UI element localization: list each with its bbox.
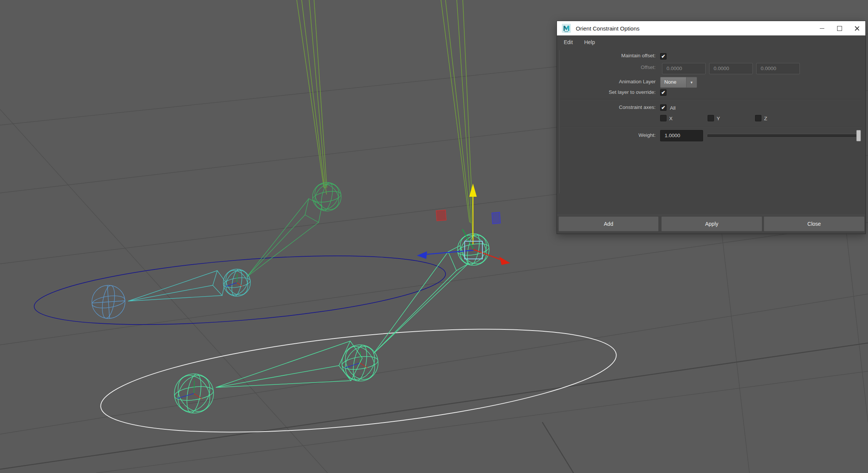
- offset-label: Offset:: [557, 64, 656, 70]
- animation-layer-value: None: [661, 77, 686, 87]
- weight-label: Weight:: [557, 132, 656, 138]
- dialog-buttonbar: Add Apply Close: [557, 215, 865, 233]
- dialog-form: Maintain offset: ✔ Offset: 0.0000 0.0000…: [557, 49, 865, 215]
- manipulator-axis-inner-green: [462, 229, 473, 249]
- set-layer-override-checkbox[interactable]: ✔: [660, 89, 667, 96]
- maximize-icon: [837, 26, 842, 31]
- menu-edit[interactable]: Edit: [564, 39, 573, 45]
- constraint-axes-all-checkbox[interactable]: ✔: [660, 104, 667, 111]
- minimize-button[interactable]: [813, 21, 831, 35]
- offset-z-field[interactable]: 0.0000: [756, 63, 800, 74]
- weight-slider-handle[interactable]: [856, 130, 861, 141]
- weight-field[interactable]: 1.0000: [660, 130, 703, 141]
- constraint-axes-y-checkbox[interactable]: [708, 115, 714, 121]
- bone-root-middle: [247, 199, 322, 277]
- joint-chain-lower[interactable]: [171, 230, 492, 418]
- animation-layer-label: Animation Layer: [557, 79, 656, 84]
- manipulator-axis-x[interactable]: [473, 250, 510, 265]
- parent-link-lines: [297, 0, 473, 241]
- dialog-menubar: Edit Help: [557, 35, 865, 49]
- constraint-axes-x-label: X: [669, 116, 673, 121]
- animation-layer-dropdown[interactable]: None ▼: [660, 77, 697, 88]
- add-button[interactable]: Add: [558, 216, 659, 231]
- maximize-button[interactable]: [831, 21, 848, 35]
- chevron-down-icon[interactable]: ▼: [686, 77, 697, 87]
- weight-slider-track[interactable]: [707, 134, 860, 138]
- grid-axis-lines: [0, 343, 868, 473]
- manipulator-plane-handle-z[interactable]: [492, 212, 500, 224]
- apply-button[interactable]: Apply: [661, 216, 762, 231]
- constraint-axes-z-label: Z: [764, 116, 767, 121]
- bone-middle-end: [128, 271, 225, 301]
- separator: [560, 126, 862, 127]
- constraint-axes-label: Constraint axes:: [557, 104, 656, 110]
- translate-manipulator[interactable]: [417, 184, 510, 265]
- minimize-icon: [820, 28, 824, 29]
- close-icon: [854, 26, 860, 31]
- close-action-button[interactable]: Close: [764, 216, 865, 231]
- close-button[interactable]: [848, 21, 865, 35]
- manipulator-plane-handle-x[interactable]: [436, 210, 446, 221]
- maintain-offset-label: Maintain offset:: [557, 53, 656, 58]
- menu-help[interactable]: Help: [584, 39, 595, 45]
- constraint-axes-all-label: All: [670, 105, 676, 111]
- separator: [560, 99, 862, 100]
- orient-constraint-options-dialog: Orient Constraint Options Edit Help Main…: [557, 21, 866, 234]
- maya-application: { "window": { "title": "Orient Constrain…: [0, 0, 868, 473]
- constraint-axes-y-label: Y: [717, 116, 720, 121]
- dialog-titlebar[interactable]: Orient Constraint Options: [557, 21, 865, 35]
- joint-chain-upper[interactable]: [91, 179, 344, 319]
- maya-logo-icon: [562, 24, 571, 33]
- joint-sphere-root: [310, 179, 344, 214]
- offset-x-field[interactable]: 0.0000: [662, 63, 706, 74]
- dialog-title: Orient Constraint Options: [576, 25, 639, 32]
- window-controls: [813, 21, 865, 35]
- set-layer-override-label: Set layer to override:: [557, 89, 656, 95]
- constraint-axes-z-checkbox[interactable]: [755, 115, 761, 121]
- maintain-offset-checkbox[interactable]: ✔: [660, 53, 667, 60]
- joint-sphere-end: [91, 285, 125, 319]
- offset-y-field[interactable]: 0.0000: [709, 63, 753, 74]
- bone-a-b: [216, 341, 362, 387]
- constraint-axes-x-checkbox[interactable]: [660, 115, 667, 121]
